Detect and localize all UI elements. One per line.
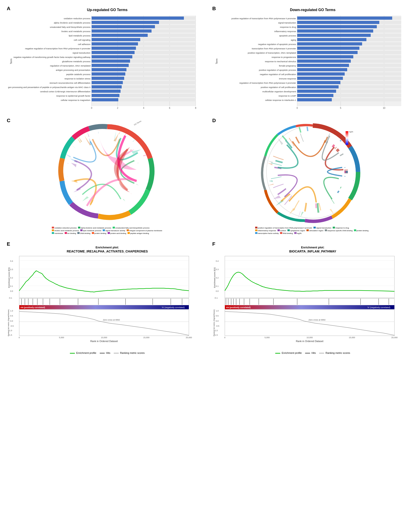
svg-text:1.0: 1.0	[10, 310, 13, 312]
legend-item: response to drug	[333, 227, 349, 229]
svg-text:1.0: 1.0	[216, 310, 219, 312]
panel-b: B Down-regulated GO Terms Term 0 5 10 po…	[210, 5, 416, 112]
panel-c: C	[5, 116, 210, 236]
panel-e-label: E	[7, 241, 10, 247]
svg-text:response to epidermal growth f: response to epidermal growth factor	[56, 95, 90, 97]
legend-item: RNA binding	[280, 232, 293, 234]
svg-rect-112	[297, 60, 351, 63]
svg-text:15,000: 15,000	[143, 336, 150, 339]
svg-rect-91	[297, 30, 373, 33]
svg-text:0.5: 0.5	[10, 315, 13, 317]
svg-rect-136	[297, 94, 333, 97]
legend-item: integral component of plasma membrane	[127, 229, 162, 232]
panel-e-legend: Enrichment profile Hits Ranking metric s…	[8, 351, 207, 354]
svg-text:response to progesterone: response to progesterone	[271, 56, 296, 58]
svg-rect-56	[92, 77, 124, 80]
svg-rect-82	[297, 16, 392, 20]
svg-text:Enrichment score (ES): Enrichment score (ES)	[213, 267, 216, 288]
panel-f-subtitle: BIOCARTA_INFLAM_PATHWAY	[213, 250, 412, 253]
panel-f-legend: Enrichment profile Hits Ranking metric s…	[213, 351, 412, 354]
svg-rect-106	[297, 51, 358, 54]
svg-text:apoptotic process: apoptotic process	[279, 34, 296, 37]
panel-a-label: A	[7, 6, 10, 12]
svg-text:0: 0	[224, 336, 225, 339]
legend-item: unsaturated fatty acid biosynthetic proc…	[113, 227, 150, 229]
enrichment-profile-legend: Enrichment profile	[70, 351, 96, 354]
svg-rect-62	[92, 85, 122, 88]
legend-item: surface	[278, 229, 286, 232]
ranking-metric-legend: Ranking metric scores	[114, 351, 145, 354]
panel-f-title: Enrichment plot:	[213, 246, 412, 249]
svg-rect-59	[92, 81, 123, 84]
svg-text:Enrichment score (ES): Enrichment score (ES)	[8, 267, 10, 288]
panel-b-label: B	[212, 6, 216, 12]
svg-text:Term: Term	[215, 59, 218, 64]
svg-text:linoleic acid metabolic proces: linoleic acid metabolic process	[61, 30, 91, 33]
svg-text:AN (positively correlated): AN (positively correlated)	[226, 306, 251, 309]
svg-text:Rank in Ordered Dataset: Rank in Ordered Dataset	[90, 340, 118, 342]
svg-text:0.3: 0.3	[216, 268, 219, 271]
panel-d-legend: positive regulation of transcription fro…	[255, 227, 370, 234]
panel-f: F Enrichment plot: BIOCARTA_INFLAM_PATHW…	[210, 240, 416, 355]
svg-text:response to mechanical stimulu: response to mechanical stimulus	[265, 60, 296, 63]
svg-text:0: 0	[297, 107, 298, 109]
svg-text:signal transduction: signal transduction	[278, 22, 296, 24]
svg-text:-0.1: -0.1	[214, 297, 218, 299]
svg-text:Zero cross at 9950: Zero cross at 9950	[308, 319, 325, 321]
legend-item: protein binding	[92, 232, 106, 234]
svg-rect-65	[92, 90, 120, 93]
legend-item: ion binding	[65, 232, 76, 234]
svg-rect-26	[92, 34, 148, 37]
svg-text:Ranked list metric (Signal2Noi: Ranked list metric (Signal2Noise)	[213, 310, 215, 336]
panel-e-subtitle: REACTOME_IRE1ALPHA_ACTIVATES_CHAPERONES	[8, 250, 207, 253]
svg-rect-103	[297, 47, 359, 50]
svg-text:aging: aging	[291, 39, 296, 41]
svg-text:negative regulation of cell pr: negative regulation of cell proliferatio…	[260, 73, 296, 76]
svg-text:peptide catabolic process: peptide catabolic process	[66, 73, 90, 76]
svg-text:multicellular organism develop: multicellular organism development	[262, 90, 296, 93]
svg-text:negative regulation of transfo: negative regulation of transforming grow…	[13, 56, 90, 58]
panel-e-title: Enrichment plot:	[8, 246, 207, 249]
panel-d: D	[210, 116, 416, 236]
svg-text:5,000: 5,000	[59, 336, 64, 339]
panel-b-title: Down-regulated GO Terms	[213, 8, 412, 12]
svg-rect-38	[92, 51, 135, 54]
legend-item: membrane	[52, 232, 63, 234]
svg-rect-118	[297, 68, 347, 71]
svg-rect-139	[297, 98, 332, 101]
legend-item: alpha-linolenic acid metabolic process	[78, 227, 111, 229]
svg-text:0.0: 0.0	[10, 320, 13, 322]
legend-item: sequence-specific DNA binding	[325, 229, 352, 232]
hits-legend: Hits	[100, 351, 110, 354]
panel-f-gsea-chart: 0.4 0.3 0.2 0.1 0.0 -0.1 Enrichment scor…	[213, 255, 399, 350]
svg-text:response to drug: response to drug	[280, 26, 296, 28]
svg-text:10: 10	[383, 107, 385, 109]
legend-item: cytoplasmic region	[287, 229, 305, 232]
svg-text:log2fc: log2fc	[349, 131, 353, 133]
svg-point-142	[75, 140, 139, 204]
svg-text:10,000: 10,000	[101, 336, 107, 339]
panel-c-chord: GO Terms	[53, 118, 161, 226]
enrichment-profile-legend-f: Enrichment profile	[275, 351, 302, 354]
svg-text:negative regulation of apoptot: negative regulation of apoptotic process	[258, 43, 296, 46]
row-ef: E Enrichment plot: REACTOME_IRE1ALPHA_AC…	[5, 240, 415, 355]
svg-text:oxidation–reduction process: oxidation–reduction process	[64, 17, 91, 20]
svg-text:inflammatory response: inflammatory response	[274, 30, 296, 33]
svg-rect-44	[92, 60, 130, 63]
legend-item: positive regulation of transcription fro…	[255, 227, 312, 229]
svg-rect-50	[92, 68, 127, 71]
svg-text:positive regulation of transcr: positive regulation of transcription, DN…	[248, 52, 296, 54]
panel-d-chord: log2fc	[255, 118, 370, 226]
svg-text:response to cAMP: response to cAMP	[278, 95, 296, 97]
panel-a: A Up-regulated GO Terms Term 0 2 4 6 8	[5, 5, 210, 112]
panel-d-label: D	[212, 118, 216, 123]
svg-rect-181	[19, 310, 189, 336]
svg-text:unsaturated fatty acid biosynt: unsaturated fatty acid biosynthetic proc…	[50, 26, 90, 28]
svg-rect-97	[297, 38, 366, 41]
svg-text:0.0: 0.0	[216, 320, 219, 322]
svg-rect-41	[92, 55, 132, 58]
svg-rect-163	[19, 298, 189, 305]
legend-item: transcription factor activity	[255, 232, 279, 234]
svg-rect-88	[297, 25, 377, 28]
legend-item: lipid metabolic process	[80, 229, 101, 232]
